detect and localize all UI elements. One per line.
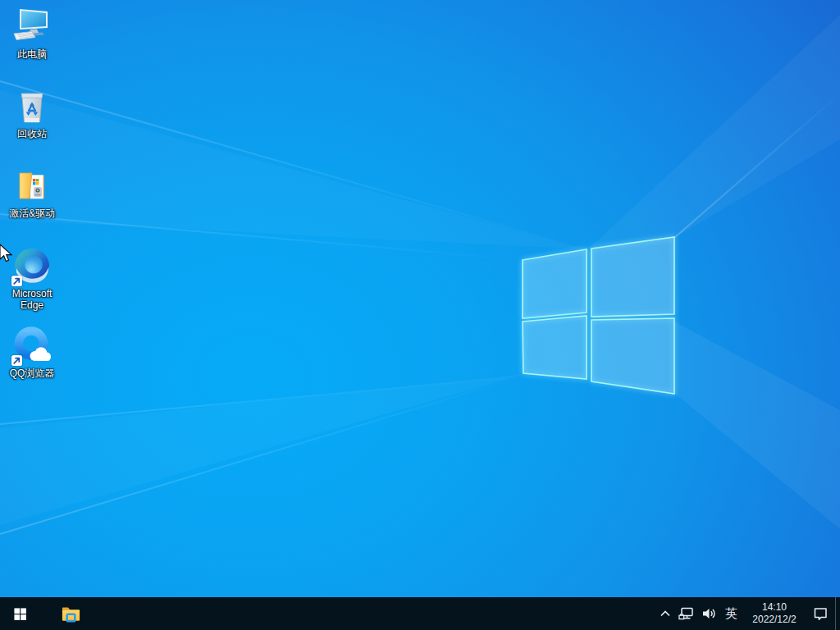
desktop-icon-microsoft-edge[interactable]: Microsoft Edge xyxy=(1,246,63,311)
recycle-bin-icon xyxy=(12,86,52,126)
clock-tray-button[interactable]: 14:10 2022/12/2 xyxy=(743,597,806,630)
taskbar: 英 14:10 2022/12/2 xyxy=(0,597,840,630)
windows-logo-wallpaper xyxy=(0,0,840,630)
windows-logo-icon xyxy=(13,607,27,621)
light-ray xyxy=(673,87,840,239)
desktop-icon-qq-browser[interactable]: QQ浏览器 xyxy=(1,326,63,379)
start-button[interactable] xyxy=(0,597,39,630)
clock-date: 2022/12/2 xyxy=(752,614,796,626)
show-hidden-icons-button[interactable] xyxy=(655,597,675,630)
microsoft-edge-icon xyxy=(12,246,52,285)
network-tray-button[interactable] xyxy=(675,597,697,630)
ime-label: 英 xyxy=(725,606,737,622)
desktop-wallpaper: 此电脑 回收站 xyxy=(0,0,840,630)
light-wedge xyxy=(0,0,840,630)
clock-time: 14:10 xyxy=(762,601,787,614)
desktop-icon-label: Microsoft Edge xyxy=(1,288,63,311)
light-ray xyxy=(0,375,535,425)
light-wedge xyxy=(0,0,840,630)
desktop-icon-activation-drivers[interactable]: 激活&驱动 xyxy=(1,166,63,219)
desktop-icon-label: 回收站 xyxy=(1,128,63,139)
light-ray xyxy=(0,213,532,262)
shortcut-arrow-badge xyxy=(11,355,22,366)
file-explorer-button[interactable] xyxy=(52,597,89,630)
open-folder-icon xyxy=(12,166,52,205)
taskbar-empty-area xyxy=(89,597,655,630)
light-ray xyxy=(0,373,530,535)
desktop-icon-recycle-bin[interactable]: 回收站 xyxy=(1,86,63,139)
light-ray xyxy=(0,80,580,249)
file-explorer-icon xyxy=(61,604,81,624)
desktop-icon-label: QQ浏览器 xyxy=(1,368,63,379)
volume-tray-button[interactable] xyxy=(697,597,719,630)
desktop-icon-this-pc[interactable]: 此电脑 xyxy=(1,7,63,60)
chevron-up-icon xyxy=(658,606,673,621)
desktop-icon-label: 激活&驱动 xyxy=(1,208,63,219)
notification-bubble-icon xyxy=(812,605,829,622)
qq-browser-icon xyxy=(12,326,52,365)
light-wedge xyxy=(0,0,840,630)
desktop-icon-label: 此电脑 xyxy=(1,48,63,60)
ime-language-indicator[interactable]: 英 xyxy=(719,597,743,630)
speaker-icon xyxy=(701,605,717,622)
shortcut-arrow-badge xyxy=(11,276,22,286)
wired-network-icon xyxy=(678,605,695,622)
light-wedge xyxy=(0,0,840,630)
this-pc-icon xyxy=(12,7,52,46)
show-desktop-button[interactable] xyxy=(835,597,840,630)
action-center-button[interactable] xyxy=(806,597,835,630)
